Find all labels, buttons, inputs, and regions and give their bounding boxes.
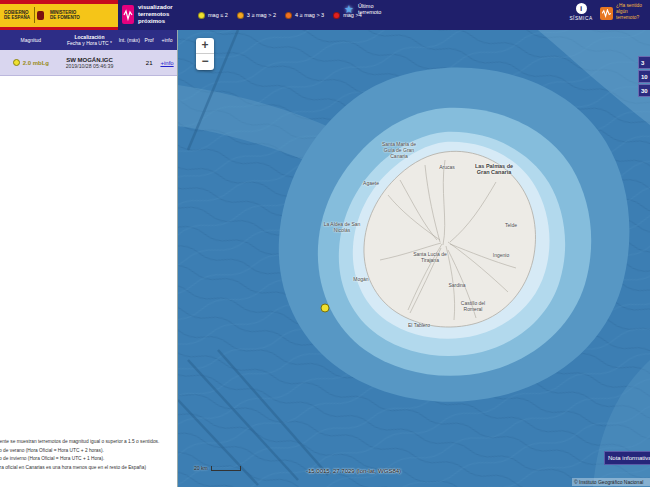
magnitude-cell: 2.0 mbLg — [0, 58, 62, 67]
table-header: Magnitud Localización Fecha y Hora UTC *… — [0, 30, 177, 50]
col-intensity[interactable]: Int. (máx) — [117, 36, 141, 44]
days-30-button[interactable]: 30 — [638, 84, 650, 97]
more-info-link[interactable]: +info — [160, 60, 173, 66]
location-cell: SW MOGÁN.IGC 2019/10/28 05:46:39 — [62, 56, 118, 70]
legend-mag-3-4: 4 ≥ mag > 3 — [285, 12, 324, 19]
days-3-button[interactable]: 3 — [638, 56, 650, 69]
map-attribution: © Instituto Geográfico Nacional — [572, 478, 650, 486]
mag-orange-dot-icon — [237, 12, 244, 19]
felt-question-label: ¿Ha sentido algún terremoto? — [616, 3, 650, 21]
earthquake-list-panel: Magnitud Localización Fecha y Hora UTC *… — [0, 30, 178, 487]
earthquake-marker[interactable] — [321, 304, 329, 312]
intensity-cell — [117, 62, 141, 64]
government-label: GOBIERNO DE ESPAÑA — [0, 10, 34, 21]
last-earthquake-legend: ★ Último terremoto — [344, 3, 390, 16]
zoom-out-button[interactable]: − — [196, 54, 214, 70]
intensity-icon — [600, 7, 613, 20]
legend-label: 4 ≥ mag > 3 — [295, 12, 324, 18]
logo-divider — [34, 7, 35, 23]
felt-earthquake-button[interactable]: ¿Ha sentido algún terremoto? — [600, 3, 650, 21]
scale-label: 20 km — [194, 465, 208, 471]
depth-cell: 21 — [141, 59, 157, 67]
spain-government-logo: GOBIERNO DE ESPAÑA MINISTERIO DE FOMENTO — [0, 0, 118, 30]
sismica-label: SÍSMICA — [569, 16, 592, 21]
legend-label: mag ≤ 2 — [208, 12, 228, 18]
footnote-line: Horario de verano (Hora Oficial = Hora U… — [0, 448, 177, 454]
event-datetime: 2019/10/28 05:46:39 — [63, 63, 117, 69]
footnote-line: Horario de invierno (Hora Oficial = Hora… — [0, 456, 177, 462]
legend-mag-2-3: 3 ≥ mag > 2 — [237, 12, 276, 19]
col-magnitude[interactable]: Magnitud — [0, 36, 62, 44]
col-datetime-title: Fecha y Hora UTC * — [67, 40, 112, 46]
legend-label: 3 ≥ mag > 2 — [247, 12, 276, 18]
ministry-label: MINISTERIO DE FOMENTO — [46, 10, 84, 21]
info-icon: i — [576, 3, 587, 14]
scale-bar — [211, 466, 241, 471]
magnitude-dot-icon — [13, 59, 20, 66]
panel-footnotes: Solamente se muestran terremotos de magn… — [0, 439, 177, 473]
col-depth[interactable]: Prof — [141, 36, 157, 44]
days-10-button[interactable]: 10 — [638, 70, 650, 83]
earthquake-viewer-app: GOBIERNO DE ESPAÑA MINISTERIO DE FOMENTO… — [0, 0, 650, 487]
magnitude-legend: mag ≤ 2 3 ≥ mag > 2 4 ≥ mag > 3 mag >4 — [198, 0, 362, 30]
location-name: SW MOGÁN.IGC — [63, 57, 117, 63]
col-info: +info — [157, 36, 177, 44]
footnote-line: (La hora oficial en Canarias es una hora… — [0, 465, 177, 471]
app-title: visualizador terremotos próximos — [138, 4, 194, 25]
seismic-info-button[interactable]: i SÍSMICA — [564, 3, 598, 21]
map-scale: 20 km — [194, 465, 241, 471]
legend-mag-le-2: mag ≤ 2 — [198, 12, 228, 19]
top-bar: GOBIERNO DE ESPAÑA MINISTERIO DE FOMENTO… — [0, 0, 650, 30]
bathymetry-map — [178, 30, 650, 487]
zoom-in-button[interactable]: + — [196, 38, 214, 54]
star-icon: ★ — [344, 4, 354, 15]
nota-informativa-button[interactable]: Nota informativa — [604, 451, 650, 465]
footnote-line: Solamente se muestran terremotos de magn… — [0, 439, 177, 445]
app-logo-icon — [122, 5, 134, 24]
mag-yellow-dot-icon — [198, 12, 205, 19]
earthquake-table-row[interactable]: 2.0 mbLg SW MOGÁN.IGC 2019/10/28 05:46:3… — [0, 50, 177, 76]
col-location[interactable]: Localización Fecha y Hora UTC * — [62, 33, 118, 47]
map-canvas[interactable]: Santa María de Guía de Gran Canaria Agae… — [178, 30, 650, 487]
coat-of-arms-icon — [37, 11, 44, 20]
last-earthquake-label: Último terremoto — [358, 3, 390, 16]
info-cell: +info — [157, 59, 177, 67]
waveform-icon — [602, 9, 611, 18]
seismogram-icon — [123, 8, 133, 22]
coordinates-readout: -15.0015, 27.7029 (lon-lat, WGS84) — [306, 468, 401, 474]
zoom-control: + − — [196, 38, 214, 70]
magnitude-value: 2.0 mbLg — [23, 60, 49, 66]
mag-red-dot-icon — [333, 12, 340, 19]
mag-dark-orange-dot-icon — [285, 12, 292, 19]
